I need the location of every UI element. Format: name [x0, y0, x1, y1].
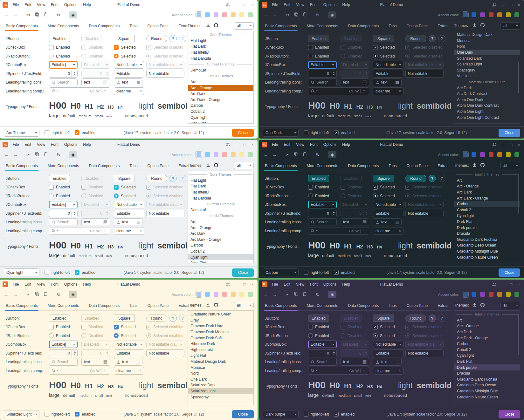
regex-button[interactable]: .* [362, 229, 365, 233]
tab-option-pane[interactable]: Option Pane [406, 23, 429, 31]
accent-swatch[interactable] [462, 151, 469, 158]
checkbox-selected[interactable]: Selected [114, 185, 146, 190]
paste-icon[interactable] [302, 292, 307, 297]
tab-extras[interactable]: Extras [178, 23, 190, 31]
minimize-button[interactable]: – [236, 3, 238, 7]
round-button[interactable]: Round [146, 35, 167, 42]
clear-icon[interactable]: × [140, 229, 142, 233]
close-dialog-button[interactable]: Close [499, 129, 520, 137]
match-case-button[interactable]: Cc [349, 229, 354, 233]
combobox-not-editable[interactable]: Not editable [373, 201, 403, 208]
spinner-arrows-icon[interactable] [72, 210, 77, 217]
list-icon[interactable] [395, 360, 399, 364]
forward-icon[interactable]: → [12, 292, 18, 297]
tab-option-pane[interactable]: Option Pane [147, 302, 169, 310]
cut-icon[interactable]: ✂ [285, 292, 290, 297]
theme-selector-dropdown[interactable]: Carbon [263, 268, 299, 276]
tab-extras[interactable]: Extras [178, 302, 190, 310]
back-icon[interactable]: ← [4, 12, 10, 17]
theme-list-item[interactable]: Dark Flat [188, 120, 253, 124]
back-icon[interactable]: ← [263, 152, 269, 157]
help-button[interactable]: ? [429, 175, 436, 182]
tab-more-components[interactable]: More Components [47, 23, 80, 31]
theme-selector-dropdown[interactable]: Dark purple [263, 410, 299, 418]
menu-view[interactable]: View [37, 282, 45, 287]
theme-list-item[interactable]: Material Design Dark [188, 359, 253, 365]
checkbox-enabled[interactable]: Enabled [49, 325, 81, 329]
maximize-button[interactable]: □ [244, 143, 246, 147]
spinner-arrows-icon[interactable] [331, 210, 336, 217]
chevron-down-icon[interactable] [71, 64, 77, 65]
cut-icon[interactable]: ✂ [25, 152, 31, 157]
theme-list-item[interactable]: Dark purple [454, 225, 520, 231]
search-input[interactable]: Search [49, 358, 78, 366]
search-input[interactable]: Search [49, 78, 78, 86]
match-case-button[interactable]: Cc [349, 89, 354, 93]
refresh-icon[interactable]: ↻ [56, 152, 61, 157]
spinner[interactable]: 0 [49, 70, 78, 78]
text-input-calendar[interactable]: text [81, 218, 110, 226]
download-icon[interactable] [206, 23, 210, 29]
paste-icon[interactable] [43, 12, 48, 17]
menu-help[interactable]: Help [342, 142, 350, 147]
theme-list-item[interactable]: Spacegray [188, 394, 253, 400]
theme-list-item[interactable]: Gradianto Midnight Blue [454, 248, 520, 254]
maximize-button[interactable]: □ [244, 3, 246, 7]
theme-list-item[interactable]: Gray [188, 317, 253, 323]
text-input-calendar[interactable]: text [81, 78, 110, 86]
theme-list-item[interactable]: Solarized Dark [188, 382, 253, 388]
theme-list-item[interactable]: Gradianto Nature Green [188, 311, 253, 317]
accent-swatch[interactable] [479, 11, 486, 18]
help-button-secondary[interactable]: ? [438, 315, 445, 322]
theme-list-item[interactable]: Carbon [188, 242, 253, 248]
tab-extras[interactable]: Extras [178, 162, 190, 171]
tab-tabs[interactable]: Tabs [388, 302, 397, 310]
close-button[interactable]: × [251, 143, 254, 147]
theme-list-item[interactable]: Nord [454, 44, 520, 50]
theme-list-item[interactable]: Flat Darcula [188, 195, 253, 201]
spinner[interactable]: 0 [308, 210, 337, 217]
theme-list-item[interactable]: Arc Dark - Orange [188, 237, 253, 243]
menu-font[interactable]: Font [51, 142, 59, 147]
refresh-icon[interactable]: ↻ [56, 12, 61, 17]
theme-list-item[interactable]: Arc - Orange [188, 225, 253, 231]
theme-list-item[interactable]: Arc Dark [188, 231, 253, 237]
accent-swatch[interactable] [479, 151, 486, 158]
match-case-button[interactable]: Cc [90, 89, 94, 93]
theme-list-item[interactable]: Gradianto Deep Ocean [454, 382, 520, 388]
square-button[interactable]: Square [373, 35, 394, 42]
menu-file[interactable]: File [272, 3, 278, 7]
enabled-button[interactable]: Enabled [49, 35, 70, 42]
theme-list-item[interactable]: Arc [454, 178, 520, 184]
theme-list-item[interactable]: Dark purple [454, 364, 520, 370]
theme-list-item[interactable]: Arc Dark [454, 329, 520, 335]
copy-icon[interactable] [293, 152, 299, 157]
accent-swatch[interactable] [488, 291, 494, 298]
menu-help[interactable]: Help [83, 142, 91, 147]
close-dialog-button[interactable]: Close [499, 268, 520, 277]
themes-filter-dropdown[interactable]: all [234, 302, 254, 309]
forward-icon[interactable]: → [272, 12, 277, 17]
close-button[interactable]: × [251, 3, 254, 7]
theme-selector-dropdown[interactable]: Cyan light [4, 268, 39, 276]
text-input-user[interactable]: text [114, 218, 142, 226]
theme-list-item[interactable]: Nord [188, 370, 253, 376]
enabled-checkbox[interactable]: enabled [334, 130, 355, 135]
maximize-button[interactable]: □ [510, 282, 513, 287]
accent-swatch[interactable] [204, 291, 211, 298]
text-input-user[interactable]: text [373, 358, 402, 366]
clearable-input[interactable]: clear me× [373, 87, 403, 95]
search-with-options-input[interactable]: CcW.* [308, 367, 369, 375]
theme-list-item[interactable]: Dark Flat [188, 260, 253, 263]
theme-list-item[interactable]: Dracula [454, 231, 520, 237]
whole-words-button[interactable]: W [355, 229, 359, 233]
theme-list-item[interactable]: Atom One Dark Contrast [454, 103, 520, 109]
theme-list-item[interactable]: Cyan light [454, 213, 520, 219]
square-button[interactable]: Square [114, 175, 135, 182]
theme-list-item[interactable]: One Dark [188, 376, 253, 383]
theme-list-item[interactable]: Arc [188, 219, 253, 225]
tab-option-pane[interactable]: Option Pane [147, 23, 169, 31]
chevron-down-icon[interactable] [397, 344, 403, 345]
menu-font[interactable]: Font [310, 142, 318, 147]
round-button[interactable]: Round [405, 35, 426, 42]
